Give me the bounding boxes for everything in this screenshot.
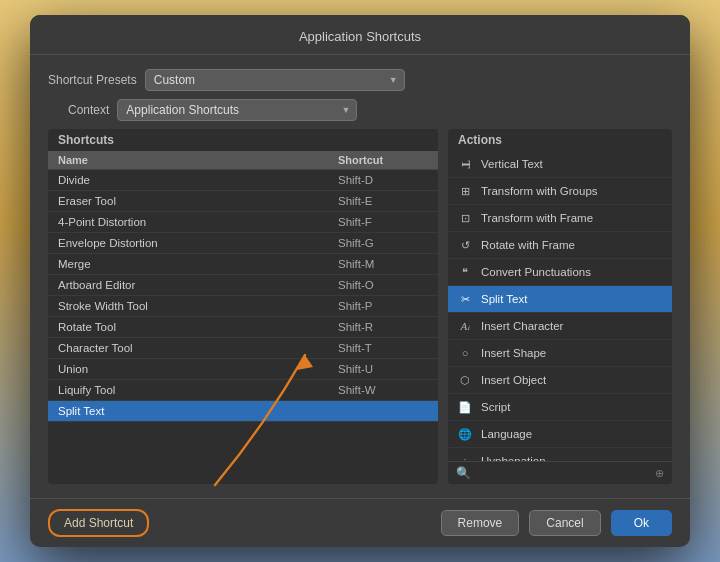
zoom-icon: ⊕ xyxy=(655,467,664,480)
shortcut-key: Shift-P xyxy=(338,300,428,312)
shortcuts-panel: Shortcuts Name Shortcut DivideShift-DEra… xyxy=(48,129,438,484)
add-shortcut-button[interactable]: Add Shortcut xyxy=(48,509,149,537)
action-name: Script xyxy=(481,401,510,413)
transform-frame-icon: ⊡ xyxy=(456,209,474,227)
table-row[interactable]: 4-Point DistortionShift-F xyxy=(48,212,438,233)
shortcut-name: Union xyxy=(58,363,338,375)
shortcut-key: Shift-F xyxy=(338,216,428,228)
insert-object-icon: ⬡ xyxy=(456,371,474,389)
search-bar: 🔍 ⊕ xyxy=(448,461,672,484)
shortcut-name: Stroke Width Tool xyxy=(58,300,338,312)
action-name: Vertical Text xyxy=(481,158,543,170)
action-name: Insert Character xyxy=(481,320,563,332)
action-item[interactable]: TVertical Text xyxy=(448,151,672,178)
action-item[interactable]: ⊞Transform with Groups xyxy=(448,178,672,205)
col-shortcut-header: Shortcut xyxy=(338,154,428,166)
table-row[interactable]: Rotate ToolShift-R xyxy=(48,317,438,338)
transform-groups-icon: ⊞ xyxy=(456,182,474,200)
table-row[interactable]: Character ToolShift-T xyxy=(48,338,438,359)
action-item[interactable]: ÷Hyphenation xyxy=(448,448,672,461)
shortcut-name: Split Text xyxy=(58,405,338,417)
shortcut-name: Character Tool xyxy=(58,342,338,354)
action-name: Split Text xyxy=(481,293,527,305)
remove-button[interactable]: Remove xyxy=(441,510,520,536)
table-row[interactable]: Artboard EditorShift-O xyxy=(48,275,438,296)
shortcuts-table-body: DivideShift-DEraser ToolShift-E4-Point D… xyxy=(48,170,438,465)
shortcut-name: Envelope Distortion xyxy=(58,237,338,249)
table-row[interactable]: Eraser ToolShift-E xyxy=(48,191,438,212)
split-text-icon: ✂ xyxy=(456,290,474,308)
script-icon: 📄 xyxy=(456,398,474,416)
table-row[interactable]: DivideShift-D xyxy=(48,170,438,191)
table-row[interactable]: MergeShift-M xyxy=(48,254,438,275)
dialog-body: Shortcut Presets Custom Context Applicat… xyxy=(30,55,690,498)
action-item[interactable]: 🌐Language xyxy=(448,421,672,448)
shortcut-name: Eraser Tool xyxy=(58,195,338,207)
table-row[interactable]: Stroke Width ToolShift-P xyxy=(48,296,438,317)
action-item[interactable]: AᵢInsert Character xyxy=(448,313,672,340)
context-dropdown[interactable]: Application Shortcuts xyxy=(117,99,357,121)
application-shortcuts-dialog: Application Shortcuts Shortcut Presets C… xyxy=(30,15,690,547)
shortcut-name: Merge xyxy=(58,258,338,270)
shortcut-name: Divide xyxy=(58,174,338,186)
table-row[interactable]: Split Text xyxy=(48,401,438,422)
dialog-title: Application Shortcuts xyxy=(30,15,690,55)
presets-row: Shortcut Presets Custom xyxy=(48,69,672,91)
action-item[interactable]: ✂Split Text xyxy=(448,286,672,313)
shortcut-key: Shift-R xyxy=(338,321,428,333)
insert-char-icon: Aᵢ xyxy=(456,317,474,335)
table-row[interactable]: Envelope DistortionShift-G xyxy=(48,233,438,254)
presets-dropdown[interactable]: Custom xyxy=(145,69,405,91)
shortcut-key xyxy=(338,405,428,417)
shortcut-key: Shift-O xyxy=(338,279,428,291)
action-item[interactable]: ↺Rotate with Frame xyxy=(448,232,672,259)
action-name: Transform with Frame xyxy=(481,212,593,224)
actions-header: Actions xyxy=(448,129,672,151)
shortcut-key: Shift-T xyxy=(338,342,428,354)
col-name-header: Name xyxy=(58,154,338,166)
action-name: Insert Object xyxy=(481,374,546,386)
hyphenation-icon: ÷ xyxy=(456,452,474,461)
table-header: Name Shortcut xyxy=(48,151,438,170)
action-item[interactable]: ⬡Insert Object xyxy=(448,367,672,394)
action-name: Rotate with Frame xyxy=(481,239,575,251)
context-dropdown-wrapper: Application Shortcuts xyxy=(117,99,357,121)
action-name: Transform with Groups xyxy=(481,185,598,197)
language-icon: 🌐 xyxy=(456,425,474,443)
shortcut-key: Shift-M xyxy=(338,258,428,270)
action-item[interactable]: 📄Script xyxy=(448,394,672,421)
action-item[interactable]: ⊡Transform with Frame xyxy=(448,205,672,232)
shortcut-name: Rotate Tool xyxy=(58,321,338,333)
convert-punct-icon: ❝ xyxy=(456,263,474,281)
shortcut-key: Shift-W xyxy=(338,384,428,396)
action-item[interactable]: ❝Convert Punctuations xyxy=(448,259,672,286)
action-name: Language xyxy=(481,428,532,440)
context-row: Context Application Shortcuts xyxy=(68,99,672,121)
shortcut-name: Artboard Editor xyxy=(58,279,338,291)
dialog-footer: Add Shortcut Remove Cancel Ok xyxy=(30,498,690,547)
shortcut-name: 4-Point Distortion xyxy=(58,216,338,228)
ok-button[interactable]: Ok xyxy=(611,510,672,536)
shortcut-key: Shift-E xyxy=(338,195,428,207)
context-label: Context xyxy=(68,103,109,117)
shortcut-key: Shift-G xyxy=(338,237,428,249)
search-input[interactable] xyxy=(477,466,649,480)
main-area: Shortcuts Name Shortcut DivideShift-DEra… xyxy=(48,129,672,484)
action-name: Insert Shape xyxy=(481,347,546,359)
presets-label: Shortcut Presets xyxy=(48,73,137,87)
cancel-button[interactable]: Cancel xyxy=(529,510,600,536)
vertical-text-icon: T xyxy=(456,155,474,173)
shortcut-key: Shift-U xyxy=(338,363,428,375)
presets-dropdown-wrapper: Custom xyxy=(145,69,405,91)
action-name: Convert Punctuations xyxy=(481,266,591,278)
shortcuts-header: Shortcuts xyxy=(48,129,438,151)
shortcut-key: Shift-D xyxy=(338,174,428,186)
actions-list: TVertical Text⊞Transform with Groups⊡Tra… xyxy=(448,151,672,461)
actions-panel: Actions TVertical Text⊞Transform with Gr… xyxy=(448,129,672,484)
shortcut-name: Liquify Tool xyxy=(58,384,338,396)
table-row[interactable]: Liquify ToolShift-W xyxy=(48,380,438,401)
search-icon: 🔍 xyxy=(456,466,471,480)
action-item[interactable]: ○Insert Shape xyxy=(448,340,672,367)
insert-shape-icon: ○ xyxy=(456,344,474,362)
table-row[interactable]: UnionShift-U xyxy=(48,359,438,380)
